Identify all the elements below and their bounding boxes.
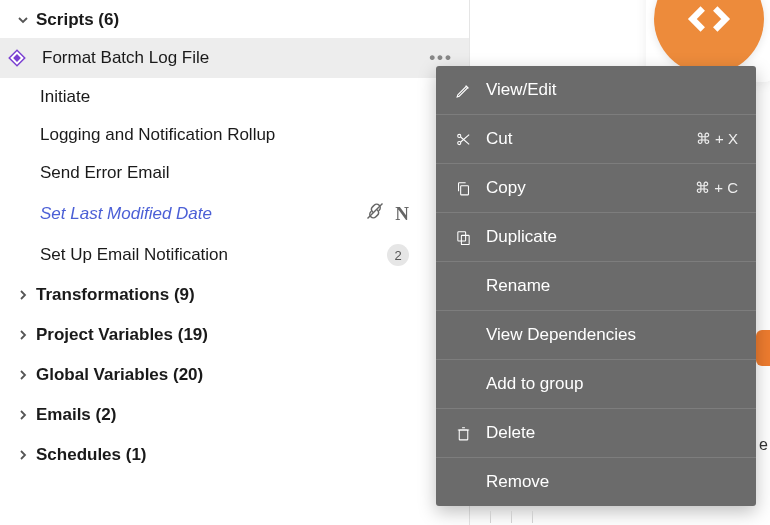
sidebar: Scripts (6) Format Batch Log File ••• In… <box>0 0 470 525</box>
menu-item-rename[interactable]: Rename <box>436 262 756 311</box>
unlink-icon <box>365 201 385 226</box>
tree-section-label: Transformations (9) <box>36 285 195 305</box>
tree-item-logging-rollup[interactable]: Logging and Notification Rollup <box>0 116 469 154</box>
svg-point-4 <box>457 141 460 144</box>
tree-item-label: Format Batch Log File <box>42 48 209 68</box>
menu-item-label: Duplicate <box>486 227 738 247</box>
copy-icon <box>454 179 472 197</box>
tree-section-label: Global Variables (20) <box>36 365 203 385</box>
tree-section-transformations[interactable]: Transformations (9) <box>0 275 469 315</box>
tree-item-set-up-email-notification[interactable]: Set Up Email Notification 2 <box>0 235 469 275</box>
svg-rect-7 <box>460 185 468 194</box>
menu-item-label: Delete <box>486 423 738 443</box>
tree-section-global-variables[interactable]: Global Variables (20) <box>0 355 469 395</box>
chevron-right-icon <box>16 288 30 302</box>
menu-item-delete[interactable]: Delete <box>436 409 756 458</box>
tree-section-scripts[interactable]: Scripts (6) <box>0 2 469 38</box>
menu-item-remove[interactable]: Remove <box>436 458 756 506</box>
tree-section-label: Schedules (1) <box>36 445 147 465</box>
duplicate-icon <box>454 228 472 246</box>
chevron-right-icon <box>16 368 30 382</box>
truncated-text: e <box>759 436 768 454</box>
tree-section-project-variables[interactable]: Project Variables (19) <box>0 315 469 355</box>
tree-item-label: Set Last Modified Date <box>40 204 212 224</box>
trash-icon <box>454 424 472 442</box>
tree-item-format-batch-log-file[interactable]: Format Batch Log File ••• <box>0 38 469 78</box>
chevron-right-icon <box>16 448 30 462</box>
menu-item-label: Cut <box>486 129 682 149</box>
menu-item-view-edit[interactable]: View/Edit <box>436 66 756 115</box>
ruler-ticks <box>490 511 560 525</box>
menu-item-label: View Dependencies <box>486 325 738 345</box>
note-icon: N <box>395 203 409 225</box>
tree-item-label: Send Error Email <box>40 163 169 183</box>
chevron-right-icon <box>16 328 30 342</box>
svg-rect-10 <box>459 429 468 439</box>
tree-section-schedules[interactable]: Schedules (1) <box>0 435 469 475</box>
menu-item-cut[interactable]: Cut ⌘ + X <box>436 115 756 164</box>
menu-item-view-dependencies[interactable]: View Dependencies <box>436 311 756 360</box>
tree-item-send-error-email[interactable]: Send Error Email <box>0 154 469 192</box>
tree-item-set-last-modified-date[interactable]: Set Last Modified Date N <box>0 192 469 235</box>
menu-item-shortcut: ⌘ + X <box>696 130 738 148</box>
tree-section-emails[interactable]: Emails (2) <box>0 395 469 435</box>
chevron-down-icon <box>16 13 30 27</box>
menu-item-label: Rename <box>486 276 738 296</box>
more-options-button[interactable]: ••• <box>429 48 453 68</box>
menu-item-label: Add to group <box>486 374 738 394</box>
tree-section-label: Emails (2) <box>36 405 116 425</box>
menu-item-label: View/Edit <box>486 80 738 100</box>
pencil-icon <box>454 81 472 99</box>
script-diamond-icon <box>6 47 28 69</box>
menu-item-label: Remove <box>486 472 738 492</box>
orange-sliver <box>756 330 770 366</box>
tree-item-label: Set Up Email Notification <box>40 245 228 265</box>
tree-item-label: Logging and Notification Rollup <box>40 125 275 145</box>
svg-line-2 <box>368 204 383 219</box>
menu-item-copy[interactable]: Copy ⌘ + C <box>436 164 756 213</box>
menu-item-duplicate[interactable]: Duplicate <box>436 213 756 262</box>
menu-item-shortcut: ⌘ + C <box>695 179 738 197</box>
menu-item-label: Copy <box>486 178 681 198</box>
context-menu: View/Edit Cut ⌘ + X Copy ⌘ + C Duplicate… <box>436 66 756 506</box>
tree-section-label: Scripts (6) <box>36 10 119 30</box>
tree-item-initiate[interactable]: Initiate <box>0 78 469 116</box>
svg-point-3 <box>457 134 460 137</box>
tree-item-label: Initiate <box>40 87 90 107</box>
count-badge: 2 <box>387 244 409 266</box>
scissors-icon <box>454 130 472 148</box>
tree-section-label: Project Variables (19) <box>36 325 208 345</box>
menu-item-add-to-group[interactable]: Add to group <box>436 360 756 409</box>
chevron-right-icon <box>16 408 30 422</box>
